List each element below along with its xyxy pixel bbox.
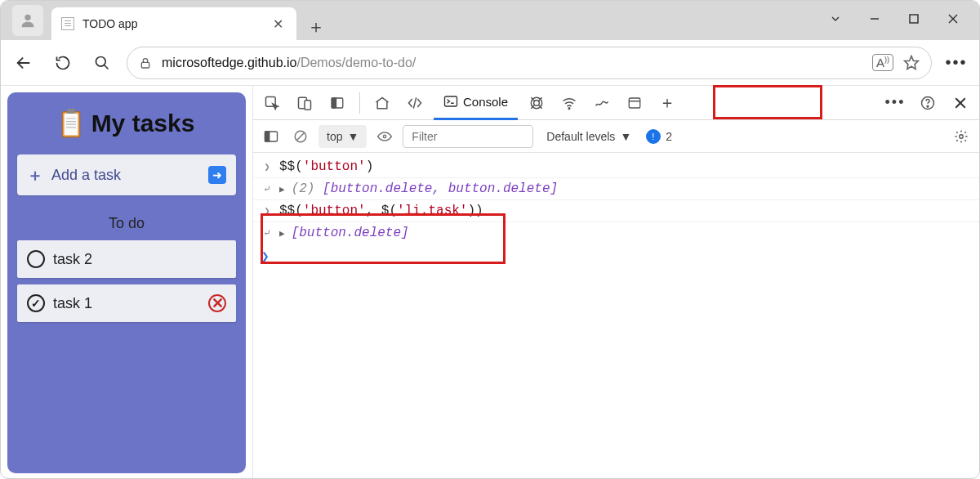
minimize-button[interactable]	[855, 2, 894, 35]
console-result: (2) [button.delete, button.delete]	[292, 181, 558, 196]
console-toolbar: top ▼ Default levels ▼ ! 2	[253, 120, 979, 153]
profile-button[interactable]	[12, 5, 43, 36]
browser-tab[interactable]: TODO app ✕	[51, 7, 296, 40]
application-tab-icon[interactable]	[621, 89, 648, 117]
url-text: microsoftedge.github.io/Demos/demo-to-do…	[162, 56, 416, 70]
favorite-button[interactable]	[903, 55, 920, 71]
add-tab-button[interactable]: ＋	[653, 89, 681, 117]
svg-line-22	[413, 97, 416, 108]
svg-point-26	[534, 100, 540, 105]
task-item[interactable]: task 2	[17, 240, 236, 278]
task-item[interactable]: task 1 ✕	[17, 284, 236, 322]
tab-title: TODO app	[82, 17, 261, 30]
issues-count: 2	[666, 130, 672, 143]
toggle-sidebar-button[interactable]	[260, 125, 283, 148]
console-tab-label: Console	[463, 95, 508, 109]
issues-indicator[interactable]: ! 2	[646, 129, 672, 144]
svg-rect-12	[67, 109, 75, 114]
url-host: microsoftedge.github.io	[162, 56, 296, 69]
file-icon	[61, 17, 74, 30]
welcome-tab-icon[interactable]	[368, 89, 396, 117]
svg-marker-9	[905, 56, 919, 69]
console-body: ❯ $$('button') ⤶ ▶ (2) [button.delete, b…	[253, 153, 979, 273]
devtools-tabbar: Console ＋ •••	[253, 86, 979, 120]
svg-rect-21	[332, 98, 336, 108]
more-button[interactable]: •••	[942, 48, 971, 78]
browser-toolbar: microsoftedge.github.io/Demos/demo-to-do…	[1, 40, 979, 86]
issues-icon: !	[644, 126, 664, 146]
console-code: $$('button', $('li.task'))	[279, 204, 483, 218]
performance-tab-icon[interactable]	[588, 89, 616, 117]
chevron-down-icon: ▼	[620, 130, 631, 143]
maximize-button[interactable]	[894, 2, 933, 35]
refresh-button[interactable]	[48, 48, 78, 78]
device-icon[interactable]	[291, 89, 318, 117]
expand-icon[interactable]: ▶	[279, 184, 285, 195]
delete-task-button[interactable]: ✕	[208, 294, 226, 312]
console-settings-button[interactable]	[950, 125, 973, 148]
read-aloud-icon[interactable]: A))	[872, 54, 893, 71]
console-prompt[interactable]: ❯	[253, 244, 979, 270]
close-window-button[interactable]	[933, 2, 973, 35]
input-chevron-icon: ❯	[261, 161, 273, 173]
console-input-row[interactable]: ❯ $$('button', $('li.task'))	[253, 200, 979, 222]
content-row: My tasks ＋ Add a task ➜ To do task 2 tas…	[1, 86, 979, 479]
levels-label: Default levels	[546, 130, 615, 143]
inspect-icon[interactable]	[258, 89, 286, 117]
svg-point-35	[927, 105, 929, 107]
search-button[interactable]	[87, 48, 117, 78]
devtools-panel: Console ＋ ••• top ▼ D	[252, 86, 979, 479]
task-checkbox-checked[interactable]	[27, 294, 45, 312]
svg-rect-19	[305, 100, 311, 110]
devtools-more-button[interactable]: •••	[881, 89, 909, 117]
live-expression-button[interactable]	[373, 125, 396, 148]
svg-point-31	[568, 107, 570, 109]
plus-icon: ＋	[27, 164, 43, 186]
clear-console-button[interactable]	[289, 125, 312, 148]
svg-point-43	[960, 134, 964, 138]
svg-rect-23	[445, 96, 457, 106]
console-tab[interactable]: Console	[434, 86, 518, 120]
close-devtools-button[interactable]	[947, 89, 974, 117]
output-chevron-icon: ⤶	[261, 227, 273, 239]
svg-line-41	[297, 132, 305, 140]
filter-input[interactable]	[403, 125, 533, 148]
add-task-input[interactable]: ＋ Add a task ➜	[17, 154, 236, 195]
browser-titlebar: TODO app ✕ ＋	[1, 1, 979, 40]
chevron-down-icon[interactable]	[816, 2, 855, 35]
context-selector[interactable]: top ▼	[318, 125, 367, 148]
console-output-row[interactable]: ⤶ ▶ (2) [button.delete, button.delete]	[253, 178, 979, 200]
task-checkbox[interactable]	[27, 250, 45, 268]
log-levels-selector[interactable]: Default levels ▼	[546, 130, 631, 143]
input-chevron-icon: ❯	[261, 205, 273, 217]
elements-tab-icon[interactable]	[401, 89, 429, 117]
annotation-highlight	[713, 85, 822, 119]
sources-tab-icon[interactable]	[523, 89, 550, 117]
help-button[interactable]	[914, 89, 942, 117]
app-header: My tasks	[17, 109, 236, 138]
network-tab-icon[interactable]	[555, 89, 583, 117]
address-bar[interactable]: microsoftedge.github.io/Demos/demo-to-do…	[127, 47, 932, 79]
expand-icon[interactable]: ▶	[279, 228, 285, 239]
panel-icon[interactable]	[323, 89, 351, 117]
add-task-label: Add a task	[51, 167, 121, 184]
new-tab-button[interactable]: ＋	[303, 14, 329, 40]
svg-rect-2	[910, 15, 918, 23]
todo-app-panel: My tasks ＋ Add a task ➜ To do task 2 tas…	[1, 86, 252, 479]
url-path: /Demos/demo-to-do/	[296, 56, 416, 69]
app-title: My tasks	[91, 110, 195, 137]
svg-rect-32	[629, 98, 640, 108]
console-output-row[interactable]: ⤶ ▶ [button.delete]	[253, 222, 979, 244]
window-controls	[816, 2, 973, 35]
back-button[interactable]	[9, 48, 38, 78]
task-label: task 2	[53, 251, 92, 268]
close-tab-button[interactable]: ✕	[270, 13, 287, 35]
console-result: [button.delete]	[292, 226, 409, 240]
submit-task-button[interactable]: ➜	[208, 166, 226, 184]
console-input-row[interactable]: ❯ $$('button')	[253, 156, 979, 178]
section-title: To do	[17, 215, 236, 232]
svg-rect-39	[265, 132, 270, 141]
svg-line-7	[105, 65, 109, 69]
output-chevron-icon: ⤶	[261, 183, 273, 195]
svg-point-6	[96, 56, 106, 66]
